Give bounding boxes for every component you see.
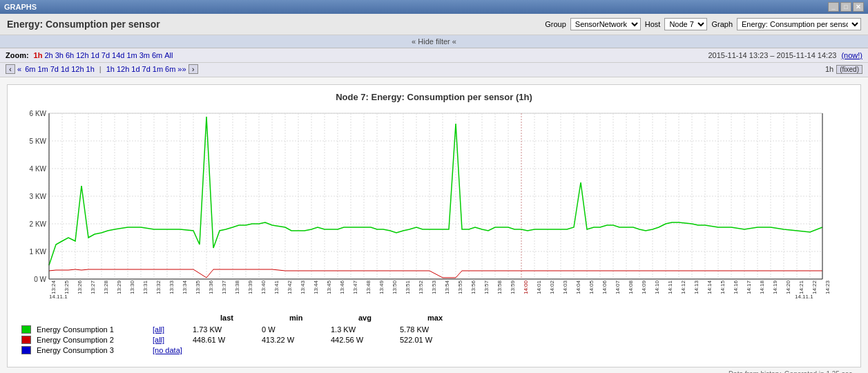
svg-text:14:03: 14:03	[562, 280, 568, 294]
svg-text:13:57: 13:57	[483, 280, 490, 294]
legend-stats-1: 1.73 KW 0 W 1.3 KW 5.78 KW	[193, 325, 455, 334]
nav-prev-6m[interactable]: «	[17, 65, 21, 73]
zoom-bar: Zoom: 1h 2h 3h 6h 12h 1d 7d 14d 1m 3m 6m…	[0, 48, 868, 63]
svg-text:14:13: 14:13	[693, 280, 700, 294]
svg-text:14:17: 14:17	[746, 280, 752, 294]
nav-prev-7d[interactable]: 7d	[50, 65, 59, 73]
host-select[interactable]: Node 7	[664, 18, 707, 30]
legend-last-2: 448.61 W	[193, 336, 248, 344]
nav-prev-1m[interactable]: 1m	[37, 65, 48, 73]
svg-text:14:10: 14:10	[654, 280, 660, 294]
svg-text:13:52: 13:52	[418, 280, 424, 294]
svg-text:13:29: 13:29	[116, 280, 122, 294]
svg-text:13:56: 13:56	[470, 280, 476, 294]
svg-text:13:38: 13:38	[234, 280, 240, 294]
nav-next-6m[interactable]: 6m	[165, 65, 175, 73]
date-range: 2015-11-14 13:23 – 2015-11-14 14:23 (now…	[708, 51, 862, 59]
graph-box: Node 7: Energy: Consumption per sensor (…	[7, 84, 861, 367]
svg-text:14:18: 14:18	[759, 280, 765, 294]
zoom-7d[interactable]: 7d	[102, 51, 110, 59]
svg-text:13:30: 13:30	[129, 280, 135, 294]
legend-filter-2[interactable]: [all]	[153, 336, 187, 344]
title-bar-label: GRAPHS	[4, 3, 37, 11]
svg-text:14:08: 14:08	[628, 280, 634, 294]
close-button[interactable]: ✕	[853, 2, 864, 12]
svg-text:2 KW: 2 KW	[30, 220, 47, 228]
nav-prev-1h[interactable]: 1h	[86, 65, 95, 73]
svg-text:0 W: 0 W	[34, 276, 46, 283]
host-label: Host	[645, 20, 661, 28]
legend-min-1: 0 W	[262, 325, 317, 334]
zoom-3h[interactable]: 3h	[55, 51, 64, 59]
now-link[interactable]: (now!)	[841, 51, 862, 59]
title-bar-buttons: _ □ ✕	[828, 2, 864, 12]
graph-select[interactable]: Energy: Consumption per sensor	[737, 18, 861, 30]
svg-text:13:51: 13:51	[405, 280, 411, 294]
maximize-button[interactable]: □	[840, 2, 851, 12]
svg-text:14:16: 14:16	[733, 280, 739, 294]
svg-text:13:40: 13:40	[260, 280, 267, 294]
graph-label: Graph	[711, 20, 733, 28]
legend-stats-2: 448.61 W 413.22 W 442.56 W 522.01 W	[193, 336, 455, 344]
legend-header-min: min	[289, 314, 345, 322]
svg-text:13:54: 13:54	[444, 280, 450, 294]
zoom-all[interactable]: All	[164, 51, 173, 59]
zoom-12h[interactable]: 12h	[76, 51, 88, 59]
svg-text:14.11.1: 14.11.1	[795, 294, 813, 300]
graph-container: Node 7: Energy: Consumption per sensor (…	[0, 77, 868, 373]
legend-header-avg: avg	[358, 314, 414, 322]
zoom-1d[interactable]: 1d	[91, 51, 99, 59]
svg-text:14:20: 14:20	[785, 280, 791, 294]
zoom-3m[interactable]: 3m	[139, 51, 150, 59]
nav-prev-arrow[interactable]: ‹	[6, 64, 15, 74]
svg-text:13:33: 13:33	[168, 280, 175, 294]
legend-color-1	[21, 325, 31, 334]
zoom-14d[interactable]: 14d	[112, 51, 124, 59]
zoom-1h[interactable]: 1h	[34, 51, 43, 59]
legend-item-3: Energy Consumption 3 [no data]	[21, 346, 847, 354]
svg-text:14:01: 14:01	[536, 280, 542, 294]
legend-color-3	[21, 346, 31, 354]
nav-next-7d[interactable]: 7d	[142, 65, 151, 73]
zoom-1m[interactable]: 1m	[126, 51, 137, 59]
group-select[interactable]: SensorNetwork	[570, 18, 641, 30]
nav-prev-6m2[interactable]: 6m	[25, 65, 35, 73]
zoom-6h[interactable]: 6h	[66, 51, 74, 59]
svg-text:13:48: 13:48	[365, 280, 372, 294]
hide-filter-label: « Hide filter «	[412, 37, 456, 46]
zoom-label: Zoom:	[6, 51, 29, 59]
legend-filter-3[interactable]: [no data]	[153, 346, 187, 354]
svg-text:13:55: 13:55	[457, 280, 463, 294]
nav-next-1h[interactable]: 1h	[106, 65, 115, 73]
nav-left: ‹ « 6m 1m 7d 1d 12h 1h | 1h 12h 1d 7d 1m…	[6, 64, 198, 74]
minimize-button[interactable]: _	[828, 2, 839, 12]
svg-text:13:25: 13:25	[64, 280, 70, 294]
legend-filter-1[interactable]: [all]	[153, 325, 187, 334]
chart-area: 6 KW 5 KW 4 KW 3 KW 2 KW 1 KW 0 W 13:24 …	[15, 106, 853, 300]
svg-text:14:21: 14:21	[798, 280, 804, 294]
legend-name-1: Energy Consumption 1	[37, 325, 147, 334]
zoom-6m[interactable]: 6m	[152, 51, 162, 59]
nav-next-1d[interactable]: 1d	[131, 65, 139, 73]
zoom-2h[interactable]: 2h	[44, 51, 52, 59]
nav-next-1m[interactable]: 1m	[153, 65, 163, 73]
legend-header-max: max	[427, 314, 483, 322]
nav-prev-1d[interactable]: 1d	[61, 65, 69, 73]
nav-next-arrow[interactable]: ›	[189, 64, 198, 74]
svg-text:13:31: 13:31	[142, 280, 148, 294]
hide-filter-bar[interactable]: « Hide filter «	[0, 35, 868, 48]
svg-text:13:44: 13:44	[313, 280, 319, 294]
legend-avg-2: 442.56 W	[331, 336, 386, 344]
nav-next-bb[interactable]: »»	[177, 65, 186, 73]
svg-text:13:32: 13:32	[155, 280, 162, 294]
nav-prev-12h[interactable]: 12h	[71, 65, 84, 73]
svg-text:1 KW: 1 KW	[30, 248, 47, 256]
svg-text:14:12: 14:12	[680, 280, 686, 294]
nav-next-12h[interactable]: 12h	[117, 65, 129, 73]
legend-last-1: 1.73 KW	[193, 325, 248, 334]
nav-1h-label: 1h	[825, 65, 833, 73]
legend-max-1: 5.78 KW	[400, 325, 455, 334]
legend-max-2: 522.01 W	[400, 336, 455, 344]
nav-separator: |	[99, 65, 102, 73]
svg-text:14:00: 14:00	[523, 280, 529, 294]
